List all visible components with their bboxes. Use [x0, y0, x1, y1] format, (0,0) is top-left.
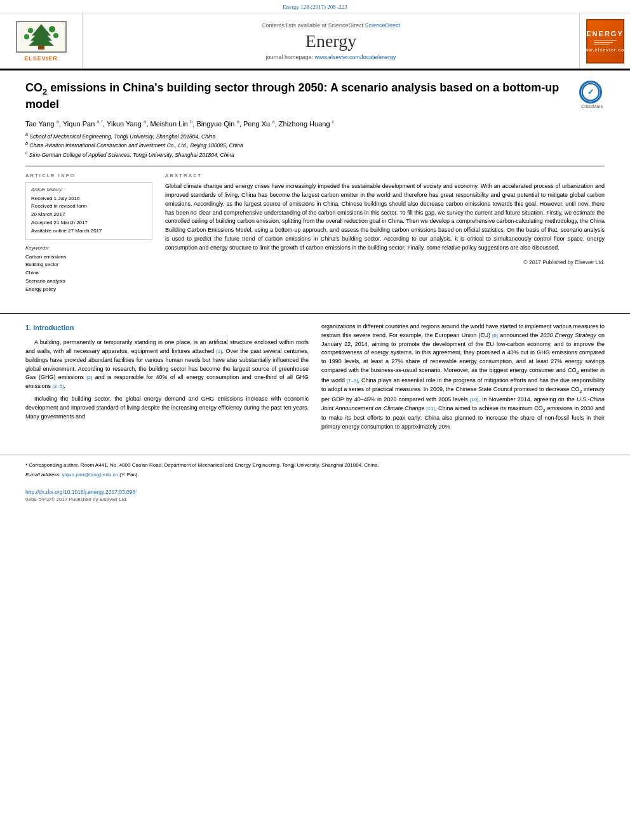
crossmark-badge[interactable]: ✓ CrossMark	[579, 81, 605, 106]
energy-badge: ENERGY www.elsevier.com	[586, 19, 624, 63]
svg-point-7	[53, 33, 58, 38]
article-info-column: ARTICLE INFO Article history: Received 1…	[25, 173, 152, 294]
science-direct-link[interactable]: ScienceDirect	[365, 22, 401, 29]
keyword-5: Energy policy	[25, 286, 152, 294]
footnote-text: * Corresponding author. Room A441, No. 4…	[25, 462, 605, 469]
journal-homepage-line: journal homepage: www.elsevier.com/locat…	[265, 54, 396, 60]
keywords-section: Keywords: Carbon emissions Building sect…	[25, 245, 152, 294]
ref-2[interactable]: [2]	[86, 375, 92, 380]
homepage-link[interactable]: www.elsevier.com/locate/energy	[315, 54, 396, 60]
introduction-title: 1. Introduction	[25, 323, 309, 333]
keyword-3: China	[25, 269, 152, 277]
affiliations: a School of Mechanical Engineering, Tong…	[25, 131, 605, 159]
crossmark-icon[interactable]: ✓	[579, 81, 602, 103]
affiliation-a: a School of Mechanical Engineering, Tong…	[25, 131, 605, 141]
footnote-section: * Corresponding author. Room A441, No. 4…	[0, 455, 630, 484]
copyright-line: © 2017 Published by Elsevier Ltd.	[165, 259, 605, 265]
footer-links: http://dx.doi.org/10.1016/j.energy.2017.…	[0, 484, 630, 505]
received-revised-label: Received in revised form	[31, 203, 147, 211]
svg-point-5	[49, 26, 55, 32]
divider-1	[25, 166, 605, 166]
citation-bar: Energy 128 (2017) 208–223	[0, 0, 630, 13]
ref-7-9[interactable]: [7–9]	[347, 378, 358, 383]
svg-point-6	[24, 34, 29, 39]
keywords-label: Keywords:	[25, 245, 152, 251]
accepted-date: Accepted 21 March 2017	[31, 219, 147, 227]
keyword-1: Carbon emissions	[25, 253, 152, 262]
intro-para-2: Including the building sector, the globa…	[25, 395, 309, 422]
journal-header: ELSEVIER Contents lists available at Sci…	[0, 13, 630, 70]
journal-title: Energy	[305, 31, 356, 51]
article-history-box: Article history: Received 1 July 2016 Re…	[25, 182, 152, 240]
body-right-column: organizations in different countries and…	[321, 323, 605, 436]
keyword-2: Building sector	[25, 261, 152, 269]
available-online: Available online 27 March 2017	[31, 227, 147, 236]
doi-link[interactable]: http://dx.doi.org/10.1016/j.energy.2017.…	[25, 489, 605, 495]
main-body: 1. Introduction A building, permanently …	[0, 313, 630, 448]
history-title: Article history:	[31, 187, 147, 192]
body-left-column: 1. Introduction A building, permanently …	[25, 323, 309, 436]
revised-date: 20 March 2017	[31, 211, 147, 219]
svg-point-4	[28, 28, 33, 33]
elsevier-tree-graphic	[16, 21, 67, 53]
email-link[interactable]: yiqun.pan@tongji.edu.cn	[62, 472, 118, 477]
ref-1[interactable]: [1]	[217, 349, 222, 354]
issn-line: 0360-5442/© 2017 Published by Elsevier L…	[25, 497, 605, 502]
citation-text: Energy 128 (2017) 208–223	[283, 4, 347, 10]
abstract-label: ABSTRACT	[165, 173, 605, 178]
science-direct-line: Contents lists available at ScienceDirec…	[262, 22, 400, 29]
affiliation-b: b China Aviation International Construct…	[25, 140, 605, 150]
journal-info-center: Contents lists available at ScienceDirec…	[83, 13, 579, 69]
keyword-4: Scenario analysis	[25, 277, 152, 286]
paper-title: CO2 emissions in China's building sector…	[25, 81, 566, 112]
title-section: CO2 emissions in China's building sector…	[25, 81, 605, 112]
elsevier-logo: ELSEVIER	[16, 21, 67, 62]
abstract-column: ABSTRACT Global climate change and energ…	[165, 173, 605, 294]
crossmark-label: CrossMark	[579, 104, 605, 109]
received-date: Received 1 July 2016	[31, 195, 147, 203]
right-para-1: organizations in different countries and…	[321, 323, 605, 432]
two-column-body: 1. Introduction A building, permanently …	[25, 323, 605, 436]
ref-10[interactable]: [10]	[470, 397, 478, 403]
article-info-label: ARTICLE INFO	[25, 173, 152, 178]
affiliation-c: c Sino-German College of Applied Science…	[25, 150, 605, 159]
paper-content: CO2 emissions in China's building sector…	[0, 70, 630, 307]
energy-badge-section: ENERGY www.elsevier.com	[579, 13, 630, 69]
intro-para-1: A building, permanently or temporarily s…	[25, 338, 309, 392]
authors-line: Tao Yang a, Yiqun Pan a,*, Yikun Yang a,…	[25, 119, 605, 128]
abstract-text: Global climate change and energy crises …	[165, 182, 605, 253]
elsevier-logo-section: ELSEVIER	[0, 13, 83, 69]
ref-3-5[interactable]: [3–5]	[53, 383, 64, 389]
ref-11[interactable]: [11]	[426, 406, 434, 411]
svg-text:✓: ✓	[587, 88, 594, 97]
ref-6[interactable]: [6]	[492, 333, 498, 338]
article-body: ARTICLE INFO Article history: Received 1…	[25, 173, 605, 294]
footnote-email: E-mail address: yiqun.pan@tongji.edu.cn …	[25, 472, 605, 477]
elsevier-wordmark: ELSEVIER	[24, 55, 58, 62]
